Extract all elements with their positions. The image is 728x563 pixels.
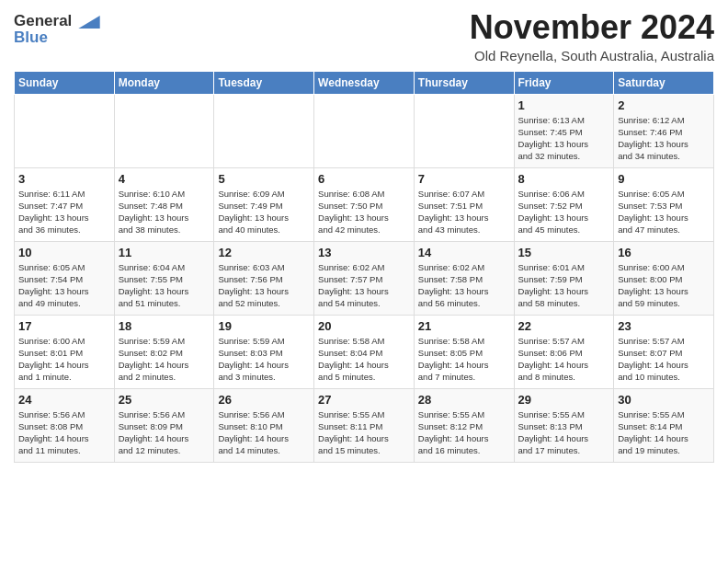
day-number: 2 — [618, 98, 710, 112]
day-number: 13 — [318, 246, 410, 259]
calendar-cell: 2Sunrise: 6:12 AM Sunset: 7:46 PM Daylig… — [614, 94, 714, 167]
header-monday: Monday — [114, 71, 214, 94]
day-info: Sunrise: 6:13 AM Sunset: 7:45 PM Dayligh… — [518, 114, 610, 163]
day-info: Sunrise: 5:59 AM Sunset: 8:02 PM Dayligh… — [119, 335, 210, 384]
location-title: Old Reynella, South Australia, Australia — [470, 48, 714, 63]
day-info: Sunrise: 5:57 AM Sunset: 8:06 PM Dayligh… — [518, 335, 610, 384]
day-info: Sunrise: 6:00 AM Sunset: 8:00 PM Dayligh… — [618, 261, 710, 310]
day-number: 8 — [518, 172, 610, 186]
day-number: 7 — [418, 172, 510, 186]
day-info: Sunrise: 6:07 AM Sunset: 7:51 PM Dayligh… — [418, 188, 510, 236]
calendar-cell: 20Sunrise: 5:58 AM Sunset: 8:04 PM Dayli… — [314, 315, 415, 388]
day-info: Sunrise: 6:10 AM Sunset: 7:48 PM Dayligh… — [119, 188, 210, 236]
day-info: Sunrise: 5:55 AM Sunset: 8:11 PM Dayligh… — [318, 408, 410, 457]
day-info: Sunrise: 6:06 AM Sunset: 7:52 PM Dayligh… — [518, 188, 610, 236]
day-info: Sunrise: 5:56 AM Sunset: 8:09 PM Dayligh… — [119, 408, 210, 457]
day-number: 19 — [218, 319, 310, 333]
calendar-table: SundayMondayTuesdayWednesdayThursdayFrid… — [14, 71, 714, 463]
day-number: 10 — [18, 246, 110, 259]
page-header: General Blue November 2024 Old Reynella,… — [14, 9, 714, 63]
day-info: Sunrise: 6:05 AM Sunset: 7:54 PM Dayligh… — [18, 261, 110, 310]
week-row-5: 24Sunrise: 5:56 AM Sunset: 8:08 PM Dayli… — [15, 388, 714, 462]
day-info: Sunrise: 6:08 AM Sunset: 7:50 PM Dayligh… — [318, 188, 410, 236]
header-friday: Friday — [514, 71, 614, 94]
week-row-4: 17Sunrise: 6:00 AM Sunset: 8:01 PM Dayli… — [15, 315, 714, 388]
day-info: Sunrise: 5:57 AM Sunset: 8:07 PM Dayligh… — [618, 335, 710, 384]
calendar-cell — [114, 94, 214, 167]
calendar-cell: 4Sunrise: 6:10 AM Sunset: 7:48 PM Daylig… — [114, 167, 214, 241]
day-info: Sunrise: 6:12 AM Sunset: 7:46 PM Dayligh… — [618, 114, 710, 163]
day-number: 27 — [318, 393, 410, 407]
calendar-cell: 19Sunrise: 5:59 AM Sunset: 8:03 PM Dayli… — [214, 315, 314, 388]
calendar-cell: 25Sunrise: 5:56 AM Sunset: 8:09 PM Dayli… — [114, 388, 214, 462]
day-number: 14 — [418, 246, 510, 259]
calendar-cell — [15, 94, 115, 167]
day-info: Sunrise: 6:04 AM Sunset: 7:55 PM Dayligh… — [119, 261, 210, 310]
day-info: Sunrise: 5:58 AM Sunset: 8:04 PM Dayligh… — [318, 335, 410, 384]
calendar-cell — [314, 94, 415, 167]
calendar-cell: 21Sunrise: 5:58 AM Sunset: 8:05 PM Dayli… — [414, 315, 514, 388]
day-info: Sunrise: 6:11 AM Sunset: 7:47 PM Dayligh… — [18, 188, 110, 236]
week-row-3: 10Sunrise: 6:05 AM Sunset: 7:54 PM Dayli… — [15, 241, 714, 315]
day-number: 30 — [618, 393, 710, 407]
day-number: 20 — [318, 319, 410, 333]
calendar-cell: 6Sunrise: 6:08 AM Sunset: 7:50 PM Daylig… — [314, 167, 415, 241]
week-row-2: 3Sunrise: 6:11 AM Sunset: 7:47 PM Daylig… — [15, 167, 714, 241]
calendar-cell: 28Sunrise: 5:55 AM Sunset: 8:12 PM Dayli… — [414, 388, 514, 462]
day-number: 4 — [119, 172, 210, 186]
day-info: Sunrise: 5:56 AM Sunset: 8:10 PM Dayligh… — [218, 408, 310, 457]
day-number: 23 — [618, 319, 710, 333]
day-number: 26 — [218, 393, 310, 407]
day-info: Sunrise: 6:02 AM Sunset: 7:58 PM Dayligh… — [418, 261, 510, 310]
calendar-cell: 9Sunrise: 6:05 AM Sunset: 7:53 PM Daylig… — [614, 167, 714, 241]
calendar-cell: 13Sunrise: 6:02 AM Sunset: 7:57 PM Dayli… — [314, 241, 415, 315]
day-number: 9 — [618, 172, 710, 186]
day-number: 1 — [518, 98, 610, 112]
day-number: 22 — [518, 319, 610, 333]
title-block: November 2024 Old Reynella, South Austra… — [470, 9, 714, 63]
calendar-cell: 11Sunrise: 6:04 AM Sunset: 7:55 PM Dayli… — [114, 241, 214, 315]
day-info: Sunrise: 6:03 AM Sunset: 7:56 PM Dayligh… — [218, 261, 310, 310]
day-info: Sunrise: 5:59 AM Sunset: 8:03 PM Dayligh… — [218, 335, 310, 384]
calendar-cell: 10Sunrise: 6:05 AM Sunset: 7:54 PM Dayli… — [15, 241, 115, 315]
header-thursday: Thursday — [414, 71, 514, 94]
logo-text-blue: Blue — [14, 29, 100, 46]
calendar-cell: 23Sunrise: 5:57 AM Sunset: 8:07 PM Dayli… — [614, 315, 714, 388]
day-info: Sunrise: 6:02 AM Sunset: 7:57 PM Dayligh… — [318, 261, 410, 310]
day-number: 28 — [418, 393, 510, 407]
day-number: 12 — [218, 246, 310, 259]
day-number: 11 — [119, 246, 210, 259]
calendar-cell: 16Sunrise: 6:00 AM Sunset: 8:00 PM Dayli… — [614, 241, 714, 315]
day-info: Sunrise: 5:55 AM Sunset: 8:14 PM Dayligh… — [618, 408, 710, 457]
header-saturday: Saturday — [614, 71, 714, 94]
calendar-cell: 7Sunrise: 6:07 AM Sunset: 7:51 PM Daylig… — [414, 167, 514, 241]
calendar-cell: 8Sunrise: 6:06 AM Sunset: 7:52 PM Daylig… — [514, 167, 614, 241]
svg-marker-0 — [78, 16, 99, 29]
day-number: 17 — [18, 319, 110, 333]
header-wednesday: Wednesday — [314, 71, 415, 94]
calendar-cell — [214, 94, 314, 167]
header-sunday: Sunday — [15, 71, 115, 94]
day-number: 3 — [18, 172, 110, 186]
calendar-cell: 24Sunrise: 5:56 AM Sunset: 8:08 PM Dayli… — [15, 388, 115, 462]
day-number: 16 — [618, 246, 710, 259]
day-info: Sunrise: 5:55 AM Sunset: 8:13 PM Dayligh… — [518, 408, 610, 457]
calendar-cell: 18Sunrise: 5:59 AM Sunset: 8:02 PM Dayli… — [114, 315, 214, 388]
calendar-cell: 26Sunrise: 5:56 AM Sunset: 8:10 PM Dayli… — [214, 388, 314, 462]
calendar-cell: 1Sunrise: 6:13 AM Sunset: 7:45 PM Daylig… — [514, 94, 614, 167]
calendar-cell: 5Sunrise: 6:09 AM Sunset: 7:49 PM Daylig… — [214, 167, 314, 241]
calendar-cell: 29Sunrise: 5:55 AM Sunset: 8:13 PM Dayli… — [514, 388, 614, 462]
day-info: Sunrise: 5:55 AM Sunset: 8:12 PM Dayligh… — [418, 408, 510, 457]
day-info: Sunrise: 6:01 AM Sunset: 7:59 PM Dayligh… — [518, 261, 610, 310]
day-info: Sunrise: 6:00 AM Sunset: 8:01 PM Dayligh… — [18, 335, 110, 384]
day-info: Sunrise: 5:58 AM Sunset: 8:05 PM Dayligh… — [418, 335, 510, 384]
calendar-cell: 3Sunrise: 6:11 AM Sunset: 7:47 PM Daylig… — [15, 167, 115, 241]
month-title: November 2024 — [470, 9, 714, 46]
calendar-cell: 30Sunrise: 5:55 AM Sunset: 8:14 PM Dayli… — [614, 388, 714, 462]
calendar-header-row: SundayMondayTuesdayWednesdayThursdayFrid… — [15, 71, 714, 94]
day-number: 25 — [119, 393, 210, 407]
day-number: 15 — [518, 246, 610, 259]
day-number: 18 — [119, 319, 210, 333]
calendar-cell: 27Sunrise: 5:55 AM Sunset: 8:11 PM Dayli… — [314, 388, 415, 462]
calendar-cell: 12Sunrise: 6:03 AM Sunset: 7:56 PM Dayli… — [214, 241, 314, 315]
